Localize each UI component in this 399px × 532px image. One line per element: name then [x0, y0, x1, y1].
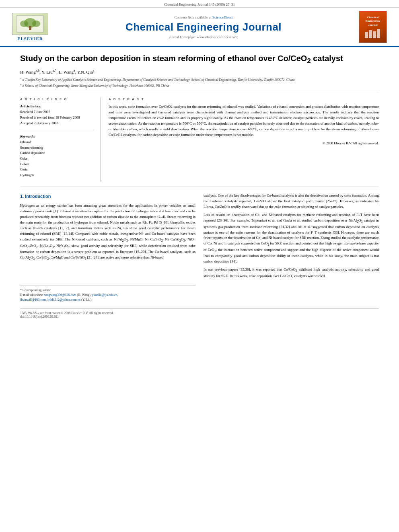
sciencedirect-line: Contents lists available at ScienceDirec…	[60, 15, 347, 19]
footer-doi: doi:10.1016/j.cej.2008.02.021	[20, 315, 379, 318]
email-link-4[interactable]: leieli.112@yahoo.com.cn	[47, 298, 80, 302]
svg-rect-5	[365, 32, 368, 38]
intro-para-1: Hydrogen as an energy carrier has been a…	[20, 203, 195, 261]
body-right-col: catalysts. One of the key disadvantages …	[204, 193, 379, 302]
authors-line: H. Wanga,b, Y. Liua,*, L. Wanga, Y.N. Qi…	[20, 69, 379, 74]
keyword-3: Carbon deposition	[20, 150, 94, 156]
footnote-section: * Corresponding author. E-mail addresses…	[20, 285, 195, 302]
email-link-1[interactable]: hongwang396@126.com	[44, 293, 76, 297]
page-footer: 1385-8947/$ – see front matter © 2008 El…	[20, 308, 379, 318]
svg-rect-6	[369, 30, 372, 38]
body-left-col: 1. Introduction Hydrogen as an energy ca…	[20, 193, 195, 302]
abstract-text: In this work, coke formation over Co/CeO…	[109, 104, 379, 138]
elsevier-wordmark: ELSEVIER	[17, 36, 43, 41]
svg-rect-2	[29, 26, 31, 30]
page-wrapper: Chemical Engineering Journal 145 (2008) …	[0, 0, 399, 327]
right-para-3: In our previous papers [35,36], it was r…	[204, 267, 379, 279]
sciencedirect-link[interactable]: ScienceDirect	[212, 15, 232, 19]
main-content: Study on the carbon deposition in steam …	[0, 47, 399, 327]
article-info-heading: A R T I C L E I N F O	[20, 97, 94, 101]
received-date: Received 7 June 2007	[20, 109, 94, 115]
body-content: 1. Introduction Hydrogen as an energy ca…	[20, 193, 379, 302]
keyword-5: Cobalt	[20, 162, 94, 167]
abstract-heading: A B S T R A C T	[109, 97, 379, 101]
article-title: Study on the carbon deposition in steam …	[20, 53, 379, 66]
separator-2	[20, 187, 379, 187]
article-info-abstract: A R T I C L E I N F O Article history: R…	[20, 97, 379, 182]
footnote-star: * Corresponding author.	[20, 288, 195, 293]
keyword-4: Coke	[20, 156, 94, 162]
keyword-6: Ceria	[20, 167, 94, 173]
keyword-7: Hydrogen	[20, 173, 94, 178]
journal-homepage: journal homepage: www.elsevier.com/locat…	[60, 35, 347, 39]
history-label: Article history:	[20, 104, 94, 108]
separator-1	[20, 93, 379, 93]
right-para-1: catalysts. One of the key disadvantages …	[204, 193, 379, 210]
banner-right: ChemicalEngineeringJournal	[355, 11, 391, 43]
keyword-1: Ethanol	[20, 140, 94, 145]
keywords-section: Keywords: Ethanol Steam reforming Carbon…	[20, 134, 94, 178]
article-info-panel: A R T I C L E I N F O Article history: R…	[20, 97, 101, 182]
accepted-date: Accepted 26 February 2008	[20, 121, 94, 126]
footer-issn: 1385-8947/$ – see front matter © 2008 El…	[20, 311, 379, 315]
revised-date: Received in revised form 18 February 200…	[20, 115, 94, 121]
right-para-2: Lots of results on deactivation of Co- a…	[204, 212, 379, 265]
svg-point-3	[20, 21, 28, 27]
info-separator	[20, 130, 94, 130]
email-link-3[interactable]: llwinwill@163.com	[20, 298, 46, 302]
journal-ref: Chemical Engineering Journal 145 (2008) …	[164, 2, 235, 6]
journal-cover: ChemicalEngineeringJournal	[359, 11, 387, 43]
journal-cover-title: ChemicalEngineeringJournal	[366, 16, 380, 27]
article-history: Article history: Received 7 June 2007 Re…	[20, 104, 94, 126]
svg-rect-8	[377, 29, 380, 38]
introduction-heading: 1. Introduction	[20, 193, 195, 200]
top-header: Chemical Engineering Journal 145 (2008) …	[0, 0, 399, 8]
banner-center: Contents lists available at ScienceDirec…	[52, 15, 355, 39]
abstract-panel: A B S T R A C T In this work, coke forma…	[109, 97, 379, 182]
affiliations: a a Tianjin Key Laboratory of Applied Ca…	[20, 76, 379, 88]
keyword-2: Steam reforming	[20, 145, 94, 151]
footnote-email: E-mail addresses: hongwang396@126.com (H…	[20, 293, 195, 302]
email-link-2[interactable]: yuanliu@tju.edu.cn	[92, 293, 117, 297]
journal-title-main: Chemical Engineering Journal	[60, 21, 347, 33]
svg-point-4	[32, 21, 40, 27]
keywords-label: Keywords:	[20, 134, 94, 138]
elsevier-logo: ELSEVIER	[8, 13, 52, 41]
elsevier-box	[12, 13, 48, 35]
copyright-line: © 2008 Elsevier B.V. All rights reserved…	[109, 141, 379, 145]
svg-rect-7	[373, 31, 376, 38]
journal-banner: ELSEVIER Contents lists available at Sci…	[0, 8, 399, 47]
